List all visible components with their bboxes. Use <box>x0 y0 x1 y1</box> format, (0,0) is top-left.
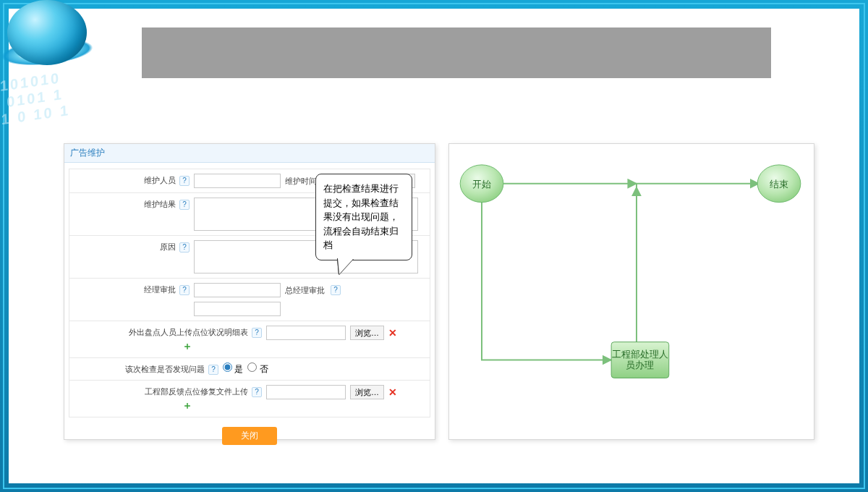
node-process-label-2: 员办理 <box>626 360 654 370</box>
decor-sphere <box>0 0 109 87</box>
radio-yes[interactable] <box>223 362 232 372</box>
label-found: 该次检查是否发现问题 <box>125 365 205 373</box>
mgr-input[interactable] <box>194 283 281 297</box>
add-icon[interactable]: ＋ <box>182 340 192 353</box>
label-result: 维护结果 <box>144 200 176 208</box>
flowchart-svg: 开始 结束 工程部处理人 员办理 <box>449 144 814 439</box>
upload2-path[interactable] <box>266 385 346 399</box>
browse-button[interactable]: 浏览… <box>350 385 384 399</box>
callout-bubble: 在把检查结果进行提交，如果检查结果没有出现问题，流程会自动结束归档 <box>315 174 412 260</box>
label-upload2: 工程部反馈点位修复文件上传 <box>145 387 248 396</box>
add-icon[interactable]: ＋ <box>182 399 192 412</box>
gm-input[interactable] <box>194 302 281 316</box>
radio-no-label: 否 <box>260 364 268 374</box>
node-process-label-1: 工程部处理人 <box>612 349 668 360</box>
label-time: 维护时间 <box>285 176 317 187</box>
label-reason: 原因 <box>160 242 176 251</box>
upload1-path[interactable] <box>266 326 346 340</box>
delete-icon[interactable]: ✕ <box>388 386 397 398</box>
help-icon[interactable]: ? <box>208 365 218 375</box>
help-icon[interactable]: ? <box>179 176 190 186</box>
help-icon[interactable]: ? <box>252 387 262 397</box>
label-gm: 总经理审批 <box>285 285 325 296</box>
label-upload1: 外出盘点人员上传点位状况明细表 <box>129 328 248 336</box>
node-end-label: 结束 <box>770 179 788 190</box>
row-found: 该次检查是否发现问题 ? 是 否 <box>69 357 430 381</box>
help-icon[interactable]: ? <box>179 200 190 210</box>
help-icon[interactable]: ? <box>252 328 262 338</box>
help-icon[interactable]: ? <box>179 242 190 253</box>
edge-start-process <box>482 202 611 360</box>
help-icon[interactable]: ? <box>179 285 190 295</box>
header-placeholder <box>142 27 771 78</box>
row-upload1: 外出盘点人员上传点位状况明细表 ? 浏览… ✕ ＋ <box>69 321 430 358</box>
delete-icon[interactable]: ✕ <box>388 327 397 339</box>
row-approvals: 经理审批 ? 总经理审批 ? <box>69 278 430 321</box>
submit-row: 关闭 <box>69 417 430 449</box>
help-icon[interactable]: ? <box>331 285 341 295</box>
form-title: 广告维护 <box>64 144 435 163</box>
node-start-label: 开始 <box>472 179 491 190</box>
callout-text: 在把检查结果进行提交，如果检查结果没有出现问题，流程会自动结束归档 <box>323 183 399 250</box>
close-button[interactable]: 关闭 <box>222 427 277 445</box>
person-input[interactable] <box>194 174 281 188</box>
radio-yes-label: 是 <box>234 364 243 374</box>
label-person: 维护人员 <box>144 176 176 184</box>
label-mgr: 经理审批 <box>144 285 176 294</box>
row-upload2: 工程部反馈点位修复文件上传 ? 浏览… ✕ ＋ <box>69 380 430 417</box>
browse-button[interactable]: 浏览… <box>350 326 384 340</box>
flowchart-panel: 开始 结束 工程部处理人 员办理 <box>448 143 814 440</box>
radio-no[interactable] <box>247 362 257 372</box>
